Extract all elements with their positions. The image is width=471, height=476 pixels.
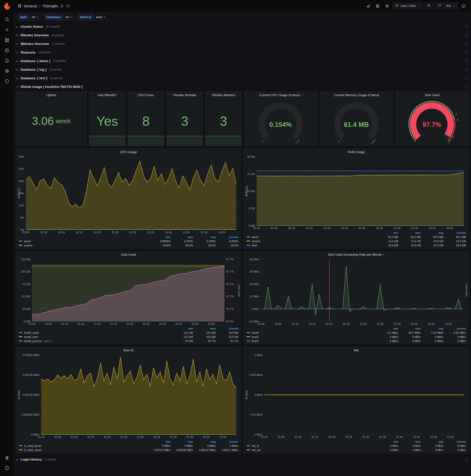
panel-title[interactable]: Current Memory Usage of taosd xyxy=(320,91,393,98)
row-drag-handle[interactable] xyxy=(465,68,468,71)
dashboard-row-header[interactable]: ▸MNodes Overview(2 panels) xyxy=(16,40,469,48)
row-drag-handle[interactable] xyxy=(465,458,468,461)
refresh-button[interactable] xyxy=(435,2,443,10)
legend-series-name[interactable]: taosd xyxy=(19,240,148,243)
save-dashboard-button[interactable] xyxy=(374,2,381,10)
row-drag-handle[interactable] xyxy=(465,51,468,54)
panel-title-text: CPU Cores xyxy=(138,93,154,97)
alerting-nav-button[interactable] xyxy=(2,55,12,66)
cycle-view-mode-button[interactable] xyxy=(460,2,467,10)
panel-info-icon[interactable]: i xyxy=(245,347,246,350)
panel-title-text: VNodes Number xyxy=(173,93,197,97)
variable-value-dropdown[interactable]: auto▾ xyxy=(94,14,107,20)
variable-value: All xyxy=(32,15,35,19)
panel-info-icon[interactable]: i xyxy=(245,149,246,152)
legend-series-name[interactable]: taosd xyxy=(247,236,376,238)
row-drag-handle[interactable] xyxy=(465,42,468,46)
svg-text:Disk Used: Disk Used xyxy=(465,284,467,296)
add-panel-button[interactable] xyxy=(365,2,372,10)
row-drag-handle[interactable] xyxy=(465,33,468,37)
legend-series-name[interactable]: net_in xyxy=(247,444,376,447)
row-drag-handle[interactable] xyxy=(465,76,468,80)
legend-series-name[interactable]: level1 xyxy=(247,335,376,338)
dashboard-row-header[interactable]: ▸Login History(1 panel) xyxy=(16,455,469,463)
stat-number: Yes xyxy=(96,113,118,129)
plus-nav-button[interactable] xyxy=(2,25,12,35)
legend-series-name[interactable]: total xyxy=(247,244,376,247)
dashboard-row-header[interactable]: ▸Database: [ test ](5 panels) xyxy=(16,74,469,82)
legend-value: 113 GiB xyxy=(170,335,193,338)
admin-shield-icon xyxy=(5,79,9,84)
variable-value-dropdown[interactable]: All▾ xyxy=(30,14,40,20)
panel-info-icon[interactable]: i xyxy=(129,92,130,95)
svg-text:5%: 5% xyxy=(20,216,24,219)
panel-info-icon[interactable]: i xyxy=(245,92,246,95)
variable-label[interactable]: fqdn xyxy=(18,14,30,20)
legend-series-name[interactable]: io_read_taosd xyxy=(19,444,148,447)
admin-shield-nav-button[interactable] xyxy=(2,76,12,86)
panel-title[interactable]: Disk Used xyxy=(395,91,469,98)
legend-series-name[interactable]: level0_used xyxy=(19,331,170,334)
panel-title[interactable]: Disk Used Increasing Rate per Minute▾ xyxy=(244,251,469,258)
share-icon[interactable] xyxy=(66,4,70,8)
legend-series-name[interactable]: net_out xyxy=(247,448,376,451)
legend-series-swatch xyxy=(247,241,250,241)
svg-text:0.00200 MB/s: 0.00200 MB/s xyxy=(23,354,39,357)
panel-info-icon[interactable]: i xyxy=(17,347,18,350)
svg-text:使用占比: 使用占比 xyxy=(245,186,248,197)
panel-title[interactable]: CPU Usage xyxy=(16,149,241,155)
panel-info-icon[interactable]: i xyxy=(206,92,207,95)
variable-label[interactable]: Interval xyxy=(78,14,94,20)
variable-label[interactable]: Database xyxy=(44,14,63,20)
dashboard-row-header[interactable]: ▸Requests(4 panels) xyxy=(16,48,469,56)
panel-info-icon[interactable]: i xyxy=(17,252,18,254)
star-icon[interactable] xyxy=(60,4,64,8)
panel-info-icon[interactable]: i xyxy=(17,92,18,95)
configuration-nav-button[interactable] xyxy=(2,66,12,76)
dashboard-row-header[interactable]: ▸Database: [ log ](5 panels) xyxy=(16,66,469,73)
dashboard-row-header[interactable]: ▾DNode Usage [ huolinhe-TM1701:6030 ] xyxy=(16,83,469,90)
panel-title[interactable]: RAM Usage xyxy=(244,149,469,155)
panel-info-icon[interactable]: i xyxy=(17,149,18,152)
row-drag-handle[interactable] xyxy=(465,59,468,63)
search-nav-button[interactable] xyxy=(2,14,12,25)
panel-info-icon[interactable]: i xyxy=(397,92,397,95)
legend-series-name[interactable]: io_write_taosd xyxy=(19,448,148,451)
panel-info-icon[interactable]: i xyxy=(168,92,168,95)
panel-title-text: CPU Usage xyxy=(120,150,137,154)
variable-value-dropdown[interactable]: All▾ xyxy=(63,14,74,20)
legend-column-header: max xyxy=(398,231,421,234)
legend-series-name[interactable]: level2 xyxy=(247,340,376,342)
panel-title[interactable]: Disk Used xyxy=(16,251,241,258)
dashboard-row-header[interactable]: ▸Database: [ demo ](5 panels) xyxy=(16,57,469,65)
zoom-out-button[interactable] xyxy=(425,2,433,10)
legend-header: minmaxavgcurrent xyxy=(19,235,238,239)
panel-info-icon[interactable]: i xyxy=(321,92,322,95)
dashboard-settings-button[interactable] xyxy=(383,2,390,10)
help-button[interactable]: ? xyxy=(2,463,12,473)
legend-series-name[interactable]: system xyxy=(247,240,376,243)
dashboard-row-header[interactable]: ▸DNodes Overview(4 panels) xyxy=(16,31,469,39)
row-drag-handle[interactable] xyxy=(465,25,468,29)
legend-series-name[interactable]: level0 xyxy=(247,331,376,334)
legend-series-swatch xyxy=(19,245,22,246)
row-drag-handle[interactable] xyxy=(465,85,468,89)
legend-series-name[interactable]: level0_total xyxy=(19,335,170,338)
panel-title[interactable]: Disk IO xyxy=(16,347,241,354)
grafana-logo[interactable] xyxy=(3,2,11,10)
explore-nav-button[interactable] xyxy=(2,45,12,55)
panel-info-icon[interactable]: i xyxy=(90,92,91,95)
refresh-interval-picker[interactable]: 30s xyxy=(443,2,458,10)
dashboards-nav-button[interactable] xyxy=(2,35,12,45)
panel-title[interactable]: Current CPU Usage of taosd▾ xyxy=(244,91,318,98)
dashboard-row-header[interactable]: ▸Cluster Status(21 panels) xyxy=(16,23,469,30)
breadcrumb-section[interactable]: General xyxy=(24,4,37,8)
variable-value: auto xyxy=(96,15,102,19)
stat-value: 3.06week xyxy=(16,97,87,145)
user-avatar-button[interactable] xyxy=(2,452,12,463)
legend-series-name[interactable]: system xyxy=(19,244,148,247)
panel-title[interactable]: Net xyxy=(244,347,469,354)
time-range-picker[interactable]: Last 1 hour xyxy=(392,2,423,10)
legend-series-name[interactable]: level0_percent(right-y) xyxy=(19,340,170,342)
panel-info-icon[interactable]: i xyxy=(245,252,246,254)
